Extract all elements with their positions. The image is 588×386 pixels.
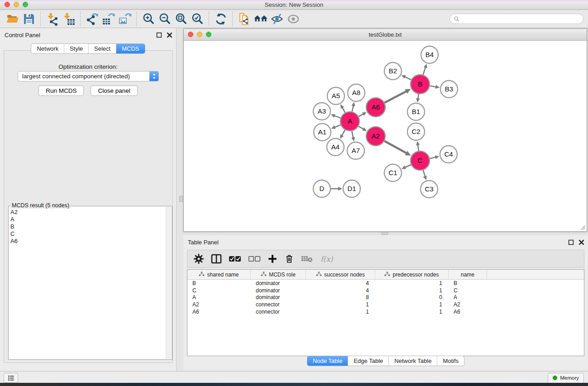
graph-edge-A-A2[interactable] <box>359 126 364 129</box>
graph-edge-A-A7[interactable] <box>352 131 353 138</box>
graph-node-A4[interactable]: A4 <box>327 138 344 156</box>
run-mcds-button[interactable]: Run MCDS <box>38 86 84 96</box>
graph-node-D1[interactable]: D1 <box>343 180 360 197</box>
toolbar-separator <box>136 12 137 26</box>
column-header-mcds-role[interactable]: MCDS role <box>251 270 306 279</box>
refresh-button[interactable] <box>213 11 229 27</box>
graph-node-A[interactable]: A <box>340 112 359 131</box>
column-header-successor-nodes[interactable]: successor nodes <box>306 270 375 279</box>
graph-node-B[interactable]: B <box>411 75 430 94</box>
graph-node-A2[interactable]: A2 <box>366 127 385 146</box>
table-tab-network-table[interactable]: Network Table <box>388 356 437 366</box>
graph-node-C2[interactable]: C2 <box>407 123 425 140</box>
close-panel-icon[interactable] <box>167 32 172 38</box>
graph-edge-A-A1[interactable] <box>334 125 340 128</box>
dropdown-selected-value: largest connected component (directed) <box>18 73 149 80</box>
table-row[interactable]: A2connector11A2 <box>187 301 584 308</box>
delete-table-icon <box>301 254 313 263</box>
graph-node-A5[interactable]: A5 <box>327 87 344 105</box>
graph-node-B3[interactable]: B3 <box>440 81 458 98</box>
search-input[interactable] <box>462 15 579 23</box>
float-table-panel-icon[interactable] <box>568 239 574 245</box>
task-history-button[interactable] <box>4 373 18 383</box>
graph-node-D[interactable]: D <box>313 180 330 197</box>
graph-edge-C-C2[interactable] <box>418 144 419 151</box>
graph-edge-B-B3[interactable] <box>430 86 437 87</box>
column-header-predecessor-nodes[interactable]: predecessor nodes <box>375 270 449 279</box>
delete-columns-button[interactable] <box>284 253 294 264</box>
graph-edge-A6-B[interactable] <box>385 91 407 103</box>
zoom-out-button[interactable] <box>157 11 173 27</box>
graph-edge-A-A4[interactable] <box>342 130 345 136</box>
column-header-name[interactable]: name <box>449 270 487 279</box>
graph-edge-A-A5[interactable] <box>342 107 345 112</box>
graph-node-C4[interactable]: C4 <box>440 146 457 163</box>
graph-node-B2[interactable]: B2 <box>384 62 402 80</box>
home-button[interactable] <box>253 11 269 27</box>
control-tab-network[interactable]: Network <box>31 44 64 53</box>
vertical-split-handle[interactable] <box>179 196 183 202</box>
network-graph-canvas[interactable]: B4B2BB3B1A5A8A3A6AA1A2A4A7C2C4CC1C3DD1 <box>184 40 587 231</box>
table-tab-motifs[interactable]: Motifs <box>437 356 464 366</box>
optimization-criterion-dropdown[interactable]: largest connected component (directed) <box>18 71 159 81</box>
graph-node-A8[interactable]: A8 <box>348 84 365 101</box>
zoom-in-button[interactable] <box>140 11 157 27</box>
open-session-button[interactable] <box>5 11 21 27</box>
graph-edge-B-B2[interactable] <box>404 76 411 80</box>
search-field[interactable] <box>449 14 583 24</box>
graph-edge-A2-C[interactable] <box>384 141 407 153</box>
graph-node-B4[interactable]: B4 <box>421 46 438 63</box>
control-tab-select[interactable]: Select <box>88 44 116 53</box>
table-tab-edge-table[interactable]: Edge Table <box>348 356 388 366</box>
import-table-button[interactable] <box>61 11 77 27</box>
horizontal-split-handle[interactable] <box>382 232 388 235</box>
table-settings-button[interactable] <box>193 253 204 264</box>
zoom-selected-button[interactable] <box>189 11 206 27</box>
graph-edge-B-B4[interactable] <box>423 67 426 75</box>
float-panel-icon[interactable] <box>156 32 162 38</box>
column-header-shared-name[interactable]: shared name <box>187 270 251 279</box>
import-network-button[interactable] <box>44 11 61 27</box>
memory-button[interactable]: Memory <box>548 373 584 383</box>
export-image-button[interactable] <box>117 11 133 27</box>
graph-node-A7[interactable]: A7 <box>347 142 364 159</box>
graph-edge-C-C3[interactable] <box>423 170 425 177</box>
zoom-fit-button[interactable] <box>173 11 189 27</box>
graph-node-C3[interactable]: C3 <box>421 181 438 198</box>
control-tab-style[interactable]: Style <box>64 44 88 53</box>
graph-node-A3[interactable]: A3 <box>313 103 330 120</box>
select-all-checkboxes-button[interactable] <box>229 255 241 262</box>
graph-node-A6[interactable]: A6 <box>366 98 385 117</box>
control-tab-mcds[interactable]: MCDS <box>116 44 144 53</box>
export-table-button[interactable] <box>100 11 117 27</box>
hide-panel-button[interactable] <box>269 11 285 27</box>
graph-edge-C-C1[interactable] <box>405 165 411 167</box>
resize-grip[interactable] <box>579 224 586 230</box>
table-row[interactable]: Adominator80A <box>187 294 584 301</box>
graph-node-A1[interactable]: A1 <box>314 124 331 141</box>
close-table-panel-icon[interactable] <box>578 239 584 245</box>
memory-label: Memory <box>560 375 579 381</box>
close-panel-button[interactable]: Close panel <box>91 86 137 96</box>
table-row[interactable]: A6connector11A6 <box>187 308 584 315</box>
result-scrollbar[interactable] <box>166 207 172 359</box>
deselect-all-checkboxes-button[interactable] <box>248 255 261 262</box>
graph-edge-A-A3[interactable] <box>334 115 340 118</box>
table-row[interactable]: Cdominator41C <box>187 287 584 294</box>
graph-node-C1[interactable]: C1 <box>384 164 402 181</box>
table-tab-node-table[interactable]: Node Table <box>307 356 348 366</box>
network-window-titlebar[interactable]: testGlobe.txt <box>184 29 587 41</box>
add-column-button[interactable] <box>268 253 277 264</box>
clone-network-button[interactable] <box>236 11 253 27</box>
graph-edge-C-C4[interactable] <box>430 157 436 158</box>
graph-edge-A-A8[interactable] <box>352 105 354 111</box>
save-session-button[interactable] <box>21 11 37 27</box>
split-columns-button[interactable] <box>211 253 222 264</box>
graph-node-C[interactable]: C <box>411 151 430 170</box>
toolbar-separator <box>209 12 210 26</box>
graph-node-B1[interactable]: B1 <box>407 103 425 120</box>
show-panel-button[interactable] <box>285 11 301 27</box>
export-network-button[interactable] <box>84 11 100 27</box>
table-row[interactable]: Bdominator41B <box>187 280 584 287</box>
mcds-result-list[interactable]: A2ABCA6 <box>9 207 166 359</box>
